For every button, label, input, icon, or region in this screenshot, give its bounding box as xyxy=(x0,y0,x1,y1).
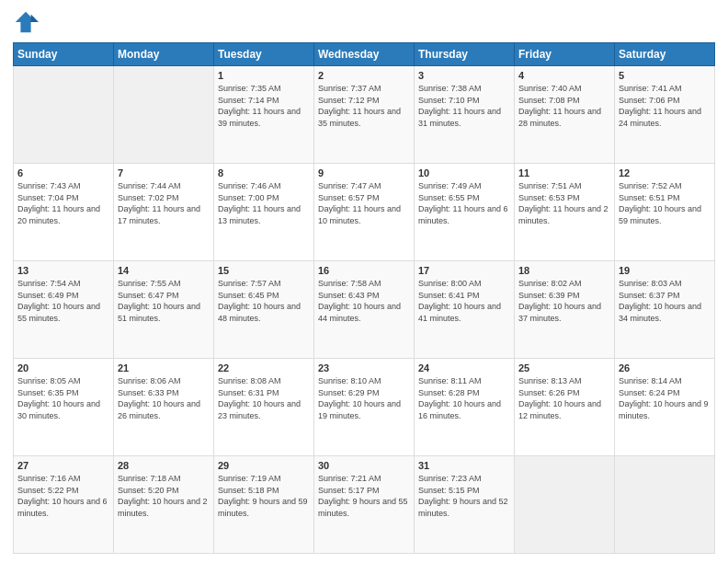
day-number: 12 xyxy=(619,167,711,178)
day-number: 21 xyxy=(118,362,210,373)
day-number: 22 xyxy=(218,362,310,373)
day-info: Sunrise: 7:18 AMSunset: 5:20 PMDaylight:… xyxy=(118,473,210,519)
day-info: Sunrise: 7:40 AMSunset: 7:08 PMDaylight:… xyxy=(518,83,610,129)
day-info: Sunrise: 7:44 AMSunset: 7:02 PMDaylight:… xyxy=(118,180,210,226)
calendar-cell: 27Sunrise: 7:16 AMSunset: 5:22 PMDayligh… xyxy=(14,456,114,554)
calendar-cell: 25Sunrise: 8:13 AMSunset: 6:26 PMDayligh… xyxy=(515,359,615,456)
day-info: Sunrise: 7:46 AMSunset: 7:00 PMDaylight:… xyxy=(218,180,310,226)
day-info: Sunrise: 7:55 AMSunset: 6:47 PMDaylight:… xyxy=(118,278,210,324)
page: SundayMondayTuesdayWednesdayThursdayFrid… xyxy=(0,0,728,563)
day-number: 18 xyxy=(518,265,610,276)
day-number: 23 xyxy=(318,362,410,373)
header-day-tuesday: Tuesday xyxy=(214,43,314,66)
day-info: Sunrise: 7:47 AMSunset: 6:57 PMDaylight:… xyxy=(318,180,410,226)
day-number: 26 xyxy=(619,362,711,373)
week-row-4: 20Sunrise: 8:05 AMSunset: 6:35 PMDayligh… xyxy=(14,359,715,456)
day-info: Sunrise: 7:57 AMSunset: 6:45 PMDaylight:… xyxy=(218,278,310,324)
logo-icon xyxy=(13,9,39,35)
day-number: 29 xyxy=(218,460,310,471)
day-info: Sunrise: 7:58 AMSunset: 6:43 PMDaylight:… xyxy=(318,278,410,324)
day-info: Sunrise: 7:23 AMSunset: 5:15 PMDaylight:… xyxy=(418,473,510,519)
day-info: Sunrise: 8:14 AMSunset: 6:24 PMDaylight:… xyxy=(619,375,711,421)
header-day-wednesday: Wednesday xyxy=(314,43,415,66)
calendar-cell: 6Sunrise: 7:43 AMSunset: 7:04 PMDaylight… xyxy=(14,164,114,261)
day-info: Sunrise: 7:51 AMSunset: 6:53 PMDaylight:… xyxy=(518,180,610,226)
day-number: 13 xyxy=(17,265,109,276)
calendar-cell: 4Sunrise: 7:40 AMSunset: 7:08 PMDaylight… xyxy=(515,66,615,164)
header-day-thursday: Thursday xyxy=(415,43,515,66)
day-number: 25 xyxy=(518,362,610,373)
calendar-cell: 30Sunrise: 7:21 AMSunset: 5:17 PMDayligh… xyxy=(314,456,415,554)
day-info: Sunrise: 8:11 AMSunset: 6:28 PMDaylight:… xyxy=(418,375,510,421)
day-number: 30 xyxy=(318,460,410,471)
day-number: 7 xyxy=(118,167,210,178)
day-number: 16 xyxy=(318,265,410,276)
day-number: 15 xyxy=(218,265,310,276)
day-info: Sunrise: 7:21 AMSunset: 5:17 PMDaylight:… xyxy=(318,473,410,519)
day-info: Sunrise: 8:13 AMSunset: 6:26 PMDaylight:… xyxy=(518,375,610,421)
calendar-cell: 10Sunrise: 7:49 AMSunset: 6:55 PMDayligh… xyxy=(415,164,515,261)
day-info: Sunrise: 8:08 AMSunset: 6:31 PMDaylight:… xyxy=(218,375,310,421)
day-number: 14 xyxy=(118,265,210,276)
day-number: 5 xyxy=(619,70,711,81)
day-number: 11 xyxy=(518,167,610,178)
calendar-cell: 18Sunrise: 8:02 AMSunset: 6:39 PMDayligh… xyxy=(515,261,615,359)
day-number: 3 xyxy=(418,70,510,81)
calendar-cell: 13Sunrise: 7:54 AMSunset: 6:49 PMDayligh… xyxy=(14,261,114,359)
calendar-cell: 11Sunrise: 7:51 AMSunset: 6:53 PMDayligh… xyxy=(515,164,615,261)
calendar-cell xyxy=(14,66,114,164)
day-info: Sunrise: 8:03 AMSunset: 6:37 PMDaylight:… xyxy=(619,278,711,324)
header-row: SundayMondayTuesdayWednesdayThursdayFrid… xyxy=(14,43,715,66)
day-info: Sunrise: 7:41 AMSunset: 7:06 PMDaylight:… xyxy=(619,83,711,129)
day-number: 9 xyxy=(318,167,410,178)
calendar-cell: 15Sunrise: 7:57 AMSunset: 6:45 PMDayligh… xyxy=(214,261,314,359)
day-info: Sunrise: 7:54 AMSunset: 6:49 PMDaylight:… xyxy=(17,278,109,324)
calendar-cell: 26Sunrise: 8:14 AMSunset: 6:24 PMDayligh… xyxy=(615,359,715,456)
header-day-friday: Friday xyxy=(515,43,615,66)
day-number: 24 xyxy=(418,362,510,373)
header-day-sunday: Sunday xyxy=(14,43,114,66)
svg-marker-1 xyxy=(31,15,39,22)
calendar-cell: 9Sunrise: 7:47 AMSunset: 6:57 PMDaylight… xyxy=(314,164,415,261)
day-number: 19 xyxy=(619,265,711,276)
calendar-cell: 5Sunrise: 7:41 AMSunset: 7:06 PMDaylight… xyxy=(615,66,715,164)
day-info: Sunrise: 7:52 AMSunset: 6:51 PMDaylight:… xyxy=(619,180,711,226)
calendar-cell: 1Sunrise: 7:35 AMSunset: 7:14 PMDaylight… xyxy=(214,66,314,164)
calendar-cell: 2Sunrise: 7:37 AMSunset: 7:12 PMDaylight… xyxy=(314,66,415,164)
day-number: 6 xyxy=(17,167,109,178)
calendar-cell xyxy=(615,456,715,554)
day-info: Sunrise: 8:05 AMSunset: 6:35 PMDaylight:… xyxy=(17,375,109,421)
week-row-3: 13Sunrise: 7:54 AMSunset: 6:49 PMDayligh… xyxy=(14,261,715,359)
calendar-cell: 17Sunrise: 8:00 AMSunset: 6:41 PMDayligh… xyxy=(415,261,515,359)
day-number: 8 xyxy=(218,167,310,178)
day-info: Sunrise: 7:16 AMSunset: 5:22 PMDaylight:… xyxy=(17,473,109,519)
calendar-cell: 12Sunrise: 7:52 AMSunset: 6:51 PMDayligh… xyxy=(615,164,715,261)
calendar-cell: 28Sunrise: 7:18 AMSunset: 5:20 PMDayligh… xyxy=(114,456,214,554)
calendar-cell: 21Sunrise: 8:06 AMSunset: 6:33 PMDayligh… xyxy=(114,359,214,456)
day-number: 28 xyxy=(118,460,210,471)
calendar-cell: 22Sunrise: 8:08 AMSunset: 6:31 PMDayligh… xyxy=(214,359,314,456)
calendar-cell xyxy=(114,66,214,164)
day-number: 20 xyxy=(17,362,109,373)
calendar-cell: 31Sunrise: 7:23 AMSunset: 5:15 PMDayligh… xyxy=(415,456,515,554)
day-number: 4 xyxy=(518,70,610,81)
week-row-2: 6Sunrise: 7:43 AMSunset: 7:04 PMDaylight… xyxy=(14,164,715,261)
day-info: Sunrise: 7:38 AMSunset: 7:10 PMDaylight:… xyxy=(418,83,510,129)
calendar-cell: 3Sunrise: 7:38 AMSunset: 7:10 PMDaylight… xyxy=(415,66,515,164)
day-number: 2 xyxy=(318,70,410,81)
calendar-cell: 19Sunrise: 8:03 AMSunset: 6:37 PMDayligh… xyxy=(615,261,715,359)
calendar-cell: 23Sunrise: 8:10 AMSunset: 6:29 PMDayligh… xyxy=(314,359,415,456)
calendar-cell: 14Sunrise: 7:55 AMSunset: 6:47 PMDayligh… xyxy=(114,261,214,359)
day-number: 27 xyxy=(17,460,109,471)
calendar-table: SundayMondayTuesdayWednesdayThursdayFrid… xyxy=(13,42,715,554)
calendar-cell: 29Sunrise: 7:19 AMSunset: 5:18 PMDayligh… xyxy=(214,456,314,554)
logo xyxy=(13,9,42,35)
week-row-1: 1Sunrise: 7:35 AMSunset: 7:14 PMDaylight… xyxy=(14,66,715,164)
calendar-cell: 24Sunrise: 8:11 AMSunset: 6:28 PMDayligh… xyxy=(415,359,515,456)
day-info: Sunrise: 7:37 AMSunset: 7:12 PMDaylight:… xyxy=(318,83,410,129)
day-info: Sunrise: 8:10 AMSunset: 6:29 PMDaylight:… xyxy=(318,375,410,421)
calendar-cell: 7Sunrise: 7:44 AMSunset: 7:02 PMDaylight… xyxy=(114,164,214,261)
day-number: 10 xyxy=(418,167,510,178)
day-info: Sunrise: 8:02 AMSunset: 6:39 PMDaylight:… xyxy=(518,278,610,324)
day-number: 17 xyxy=(418,265,510,276)
